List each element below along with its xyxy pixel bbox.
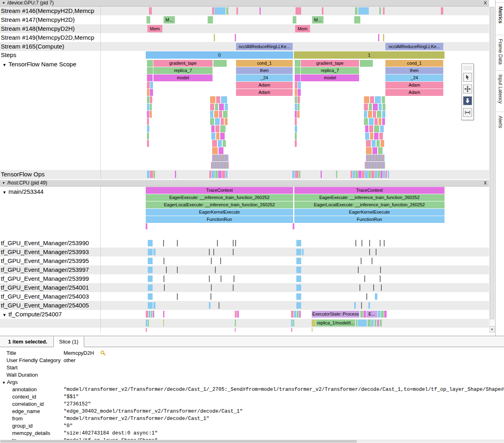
trace-event[interactable]: [302, 249, 304, 255]
magnifier-icon[interactable]: [100, 350, 106, 357]
selection-tool-button[interactable]: [463, 73, 472, 82]
trace-event[interactable]: [375, 171, 377, 178]
trace-event[interactable]: [209, 249, 210, 255]
trace-event[interactable]: [233, 240, 234, 246]
trace-event[interactable]: gradient_tape: [301, 60, 359, 67]
trace-event[interactable]: [381, 311, 384, 318]
trace-event[interactable]: [295, 125, 297, 132]
trace-event[interactable]: [211, 125, 215, 132]
trace-event[interactable]: [364, 111, 367, 118]
tab-metrics[interactable]: Metrics: [497, 6, 503, 30]
trace-event[interactable]: [365, 171, 368, 178]
trace-event[interactable]: [222, 171, 225, 178]
trace-event[interactable]: [153, 311, 154, 318]
tab-input-latency[interactable]: Input Latency: [497, 74, 503, 110]
trace-event[interactable]: [376, 249, 376, 255]
trace-event[interactable]: [371, 171, 374, 178]
trace-event[interactable]: [211, 162, 229, 169]
trace-event[interactable]: [147, 104, 149, 110]
trace-event[interactable]: [385, 171, 387, 178]
trace-event[interactable]: [370, 133, 373, 140]
trace-event[interactable]: [381, 284, 382, 291]
trace-event[interactable]: [374, 133, 379, 140]
collapse-triangle-icon[interactable]: ▼: [2, 63, 6, 67]
trace-event[interactable]: [380, 267, 381, 273]
trace-event[interactable]: [295, 96, 297, 103]
trace-event[interactable]: [166, 267, 167, 273]
trace-event[interactable]: [219, 302, 219, 309]
palette-grip[interactable]: [463, 65, 472, 70]
trace-event[interactable]: [220, 133, 225, 140]
trace-event[interactable]: EagerKernelExecute: [146, 209, 293, 216]
trace-event[interactable]: FunctionRun: [294, 216, 444, 223]
trace-event[interactable]: replica_7: [301, 67, 359, 74]
trace-event[interactable]: [147, 96, 149, 103]
trace-event[interactable]: [177, 267, 178, 273]
trace-event[interactable]: model: [153, 74, 213, 81]
trace-event[interactable]: [377, 111, 381, 118]
trace-event[interactable]: [146, 311, 148, 318]
tab-slice[interactable]: Slice (1): [53, 337, 84, 347]
trace-event[interactable]: [163, 311, 164, 318]
trace-event[interactable]: [164, 276, 164, 282]
trace-event[interactable]: 0: [146, 51, 293, 59]
trace-event[interactable]: [370, 96, 374, 103]
tab-alerts[interactable]: Alerts: [497, 116, 503, 136]
trace-event[interactable]: [355, 7, 357, 15]
vertical-scrollbar-thumb[interactable]: [490, 7, 494, 319]
trace-event[interactable]: [382, 118, 385, 125]
trace-event[interactable]: [295, 60, 300, 67]
trace-event[interactable]: [210, 104, 214, 110]
trace-event[interactable]: [369, 118, 374, 125]
trace-event[interactable]: [149, 111, 152, 118]
trace-event[interactable]: [364, 118, 368, 125]
trace-event[interactable]: [215, 171, 218, 178]
trace-event[interactable]: [295, 140, 297, 147]
trace-event[interactable]: [366, 140, 371, 147]
trace-event[interactable]: [235, 320, 236, 326]
trace-event[interactable]: [153, 302, 155, 309]
trace-event[interactable]: [298, 104, 300, 110]
trace-event[interactable]: [299, 171, 300, 178]
trace-event[interactable]: 1: [294, 51, 444, 59]
trace-event[interactable]: [359, 284, 360, 291]
trace-event[interactable]: [295, 118, 297, 125]
row-label-collapsible[interactable]: ▼tf_Compute/254007: [1, 311, 100, 318]
collapse-triangle-icon[interactable]: ▼: [2, 381, 6, 385]
trace-event[interactable]: [364, 276, 365, 282]
collapse-triangle-icon[interactable]: ▼: [2, 313, 6, 317]
trace-event[interactable]: [369, 249, 370, 255]
trace-event[interactable]: [294, 311, 296, 318]
trace-event[interactable]: [212, 155, 228, 161]
trace-event[interactable]: [211, 133, 215, 140]
trace-event[interactable]: [378, 34, 379, 41]
trace-event[interactable]: [213, 249, 214, 255]
trace-event[interactable]: [381, 171, 383, 178]
collapse-triangle-icon[interactable]: ▼: [2, 0, 5, 6]
trace-event[interactable]: [354, 16, 360, 23]
trace-event[interactable]: [147, 140, 149, 147]
trace-event[interactable]: [216, 96, 220, 103]
trace-event[interactable]: [372, 140, 376, 147]
trace-event[interactable]: [164, 258, 164, 264]
trace-event[interactable]: [365, 133, 369, 140]
trace-event[interactable]: [355, 240, 356, 246]
trace-event[interactable]: [379, 104, 382, 110]
trace-event[interactable]: [297, 111, 300, 118]
trace-event[interactable]: [221, 118, 224, 125]
trace-event[interactable]: [225, 171, 228, 178]
trace-event[interactable]: [215, 104, 218, 110]
trace-event[interactable]: [147, 82, 150, 89]
trace-event[interactable]: EagerLocalExecute: __inference_train_fun…: [146, 201, 293, 208]
trace-event[interactable]: [365, 125, 368, 132]
scroll-down-button[interactable]: ▼: [489, 326, 495, 333]
trace-event[interactable]: [353, 171, 355, 178]
trace-event[interactable]: [298, 89, 301, 96]
trace-event[interactable]: [223, 111, 228, 118]
close-button[interactable]: X: [484, 180, 487, 186]
trace-event[interactable]: [147, 16, 150, 23]
trace-event[interactable]: [356, 320, 357, 326]
trace-event[interactable]: [236, 7, 238, 15]
trace-event[interactable]: [382, 96, 385, 103]
trace-event[interactable]: [150, 171, 153, 178]
